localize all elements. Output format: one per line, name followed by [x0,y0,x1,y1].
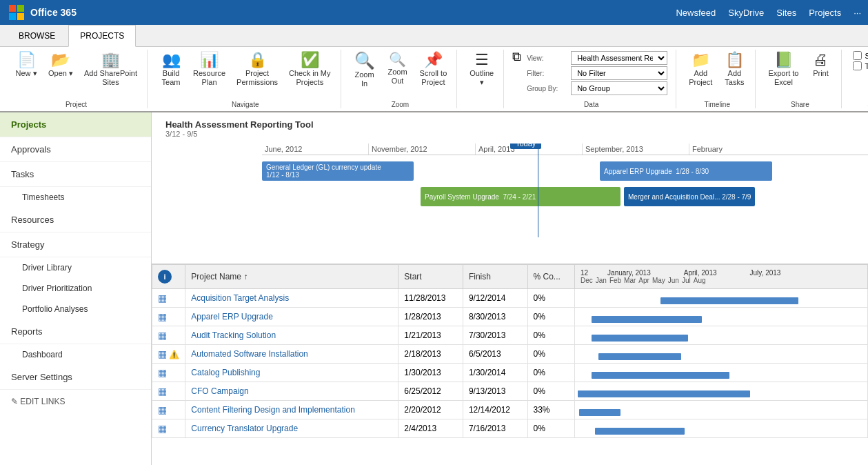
ribbon-group-data: ⧉ View: Health Assessment Reporting Tool… [507,50,676,108]
sidebar-edit-links[interactable]: ✎ EDIT LINKS [0,390,151,413]
table-row: ▦ Acquisition Target Analysis 11/28/2013… [152,289,868,308]
row-start-1: 1/28/2013 [398,308,463,326]
zoom-out-button[interactable]: 🔍 ZoomOut [383,50,413,88]
project-link-5[interactable]: CFO Campaign [191,386,248,396]
subprojects-label: Subprojects [865,52,868,60]
subprojects-checkbox[interactable] [853,51,862,60]
project-link-2[interactable]: Audit Tracking Solution [191,330,276,340]
print-button[interactable]: 🖨 Print [805,50,836,81]
gantt-bar-gl: General Ledger (GL) currency update1/12 … [262,161,414,181]
sidebar-item-reports[interactable]: Reports [0,319,151,344]
row-pct-1: 0% [527,308,574,326]
row-finish-6: 12/14/2012 [463,401,527,419]
data-group-label: Data [512,99,670,108]
gantt-col-jul2013: July, 2013 [750,269,781,277]
row-name-0: Acquisition Target Analysis [185,289,398,308]
gantt-col-apr2013: April, 2013 [684,269,717,277]
project-group-label: Project [11,99,141,108]
today-line [538,149,538,237]
tab-browse[interactable]: BROWSE [7,25,67,46]
sidebar-item-driver-library[interactable]: Driver Library [0,257,151,278]
build-team-button[interactable]: 👥 BuildTeam [156,50,186,90]
sidebar-item-dashboard[interactable]: Dashboard [0,344,151,365]
export-to-excel-button[interactable]: 📗 Export toExcel [764,50,803,90]
add-project-button[interactable]: 📁 AddProject [685,50,716,90]
sidebar-item-server-settings[interactable]: Server Settings [0,365,151,390]
month-june2012: June, 2012 [262,144,369,155]
sidebar-strategy-label: Strategy [11,239,44,250]
project-link-4[interactable]: Catalog Publishing [191,368,260,377]
row-gantt-0 [574,289,867,308]
nav-more[interactable]: ··· [854,8,861,18]
table-row: ▦ Catalog Publishing 1/30/2013 1/30/2014… [152,364,868,382]
nav-sites[interactable]: Sites [776,8,796,18]
row-start-3: 2/18/2013 [398,345,463,364]
timewithdate-row: Time with Date [853,61,868,70]
row-start-2: 1/21/2013 [398,326,463,345]
gantt-col-submonths: Dec Jan Feb Mar Apr May Jun Jul Aug [581,277,862,284]
nav-projects[interactable]: Projects [809,8,841,18]
project-link-7[interactable]: Currency Translator Upgrade [191,424,298,433]
sidebar-item-timesheets[interactable]: Timesheets [0,187,151,208]
mini-gantt-bar-4 [592,372,729,379]
groupby-row: Group By: No Group [527,81,667,95]
outline-button[interactable]: ☰ Outline▾ [465,50,498,90]
tab-projects[interactable]: PROJECTS [68,25,136,47]
outline-icon: ☰ [475,52,489,68]
gantt-sub-dec: Dec [581,277,593,284]
sidebar-item-approvals[interactable]: Approvals [0,137,151,162]
scroll-to-project-button[interactable]: 📌 Scroll toProject [416,50,452,90]
timewithdate-checkbox[interactable] [853,61,862,70]
sidebar-resources-label: Resources [11,215,54,225]
open-icon: 📂 [51,52,70,68]
month-apr2013: April, 2013 Today [476,144,583,155]
row-gantt-4 [574,364,867,382]
row-icon-0: ▦ [152,289,185,308]
filter-select[interactable]: No Filter [571,66,667,80]
sidebar-item-driver-prioritization[interactable]: Driver Prioritization [0,278,151,299]
new-button[interactable]: 📄 New ▾ [11,50,41,81]
sidebar: Projects Approvals Tasks Timesheets Reso… [0,112,152,465]
zoom-in-icon: 🔍 [354,52,375,69]
sidebar-item-strategy[interactable]: Strategy [0,232,151,257]
office-logo-text: Office 365 [30,7,77,18]
add-tasks-button[interactable]: 📋 AddTasks [719,50,749,90]
groupby-select[interactable]: No Group [571,81,667,95]
view-select[interactable]: Health Assessment Reporting Tool [571,51,667,65]
check-in-my-projects-button[interactable]: ✅ Check in MyProjects [285,50,335,90]
row-start-6: 2/20/2012 [398,401,463,419]
resource-plan-button[interactable]: 📊 ResourcePlan [189,50,230,90]
project-link-0[interactable]: Acquisition Target Analysis [191,293,289,303]
row-name-5: CFO Campaign [185,382,398,401]
month-sep2013: September, 2013 [583,144,689,155]
warning-icon-3: ⚠️ [169,350,179,359]
add-sharepoint-label: Add SharePointSites [84,69,137,87]
project-link-1[interactable]: Apparel ERP Upgrade [191,312,273,321]
project-permissions-button[interactable]: 🔒 ProjectPermissions [232,50,282,90]
project-link-6[interactable]: Content Filtering Design and Implementat… [191,405,354,415]
open-label: Open ▾ [48,69,73,78]
row-pct-3: 0% [527,345,574,364]
row-name-2: Audit Tracking Solution [185,326,398,345]
gantt-area: Health Assessment Reporting Tool 3/12 - … [152,112,868,264]
nav-newsfeed[interactable]: Newsfeed [676,8,716,18]
add-sharepoint-sites-button[interactable]: 🏢 Add SharePointSites [80,50,141,90]
row-gantt-2 [574,326,867,345]
sidebar-item-portfolio-analyses[interactable]: Portfolio Analyses [0,299,151,319]
gantt-sub-may: May [652,277,665,284]
project-link-3[interactable]: Automated Software Installation [191,349,307,359]
gantt-project-info: Health Assessment Reporting Tool 3/12 - … [165,119,314,138]
filter-label: Filter: [527,70,568,77]
sidebar-approvals-label: Approvals [11,144,51,155]
sidebar-item-projects[interactable]: Projects [0,112,151,137]
project-icon-5: ▦ [158,386,167,397]
sidebar-item-tasks[interactable]: Tasks [0,162,151,187]
row-finish-4: 1/30/2014 [463,364,527,382]
zoom-in-button[interactable]: 🔍 ZoomIn [350,50,380,91]
nav-skydrive[interactable]: SkyDrive [728,8,764,18]
export-excel-label: Export toExcel [768,69,798,87]
table-header-row: i Project Name ↑ Start Finish % Co... 12… [152,265,868,289]
open-button[interactable]: 📂 Open ▾ [44,50,77,81]
view-row: View: Health Assessment Reporting Tool [527,51,667,65]
sidebar-item-resources[interactable]: Resources [0,208,151,232]
